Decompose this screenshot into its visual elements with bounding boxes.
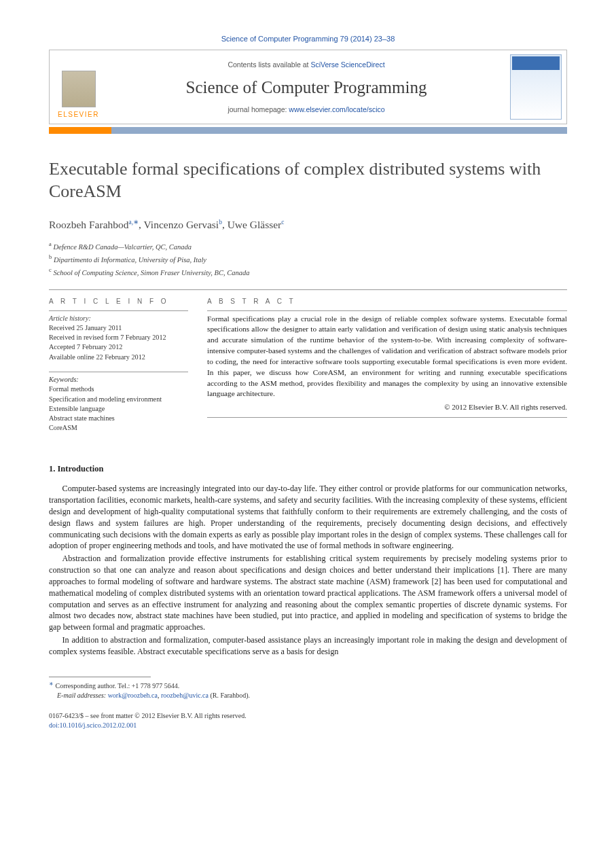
divider [49, 372, 188, 372]
journal-banner: ELSEVIER Contents lists available at Sci… [49, 50, 567, 124]
publisher-name: ELSEVIER [58, 110, 99, 120]
footnote-rule [49, 677, 151, 677]
author-2-aff: b [219, 219, 222, 226]
issn-line: 0167-6423/$ – see front matter © 2012 El… [49, 711, 567, 721]
revised-date: Received in revised form 7 February 2012 [49, 333, 188, 342]
publisher-block: ELSEVIER [50, 50, 107, 124]
email-link-2[interactable]: roozbeh@uvic.ca [161, 692, 209, 699]
bottom-block: 0167-6423/$ – see front matter © 2012 El… [49, 711, 567, 730]
elsevier-tree-icon [62, 71, 96, 107]
abstract-column: A B S T R A C T Formal specifications pl… [207, 297, 567, 443]
author-3-aff: c [281, 219, 284, 226]
received-date: Received 25 January 2011 [49, 323, 188, 333]
homepage-prefix: journal homepage: [228, 105, 289, 113]
section-1-heading: 1. Introduction [49, 463, 567, 476]
sciencedirect-link[interactable]: SciVerse ScienceDirect [310, 60, 384, 69]
keyword: Abstract state machines [49, 414, 188, 423]
body-text: Computer-based systems are increasingly … [49, 483, 567, 657]
abstract-copyright: © 2012 Elsevier B.V. All rights reserved… [207, 402, 567, 412]
affil-a: Defence R&D Canada—Valcartier, QC, Canad… [53, 243, 192, 251]
keyword: Formal methods [49, 384, 188, 394]
contents-prefix: Contents lists available at [228, 60, 310, 69]
corresponding-star-icon: ∗ [133, 219, 139, 226]
accepted-date: Accepted 7 February 2012 [49, 342, 188, 352]
authors-line: Roozbeh Farahboda,∗, Vincenzo Gervasib, … [49, 217, 567, 232]
affiliations: a Defence R&D Canada—Valcartier, QC, Can… [49, 240, 567, 279]
email-author-suffix: (R. Farahbod). [209, 692, 250, 699]
affil-c: School of Computing Science, Simon Frase… [53, 269, 249, 276]
history-label: Article history: [49, 314, 188, 323]
journal-cover-icon [510, 54, 562, 120]
cover-thumb-wrap [505, 50, 566, 124]
contents-available: Contents lists available at SciVerse Sci… [228, 60, 384, 70]
author-3: Uwe Glässer [228, 219, 282, 230]
keyword: Extensible language [49, 404, 188, 414]
footnotes: ∗ Corresponding author. Tel.: +1 778 977… [49, 680, 567, 700]
article-info-label: A R T I C L E I N F O [49, 297, 188, 306]
divider [49, 289, 567, 290]
header-citation: Science of Computer Programming 79 (2014… [49, 34, 567, 44]
abstract-label: A B S T R A C T [207, 297, 567, 306]
keyword: CoreASM [49, 423, 188, 433]
intro-para-2: Abstraction and formalization provide ef… [49, 553, 567, 633]
doi-link[interactable]: doi:10.1016/j.scico.2012.02.001 [49, 721, 137, 729]
homepage-link[interactable]: www.elsevier.com/locate/scico [289, 105, 384, 113]
divider [49, 310, 188, 311]
article-info-column: A R T I C L E I N F O Article history: R… [49, 297, 188, 443]
divider [207, 417, 567, 418]
affil-b: Dipartimento di Informatica, University … [54, 256, 206, 264]
email-link-1[interactable]: work@roozbeh.ca [108, 692, 158, 699]
intro-para-1: Computer-based systems are increasingly … [49, 483, 567, 552]
email-label: E-mail addresses: [57, 692, 106, 699]
article-title: Executable formal specifications of comp… [49, 158, 567, 202]
divider [207, 310, 567, 311]
author-1: Roozbeh Farahbod [49, 219, 129, 230]
keyword: Specification and modeling environment [49, 395, 188, 404]
corresponding-star-icon: ∗ [49, 681, 54, 687]
keywords-label: Keywords: [49, 375, 188, 384]
color-bar [49, 127, 567, 134]
author-2: Vincenzo Gervasi [144, 219, 219, 230]
abstract-text: Formal specifications play a crucial rol… [207, 314, 567, 400]
online-date: Available online 22 February 2012 [49, 353, 188, 362]
corresponding-author-note: Corresponding author. Tel.: +1 778 977 5… [56, 682, 180, 690]
journal-homepage: journal homepage: www.elsevier.com/locat… [228, 105, 384, 115]
journal-title: Science of Computer Programming [186, 75, 427, 99]
intro-para-3: In addition to abstraction and formaliza… [49, 634, 567, 658]
